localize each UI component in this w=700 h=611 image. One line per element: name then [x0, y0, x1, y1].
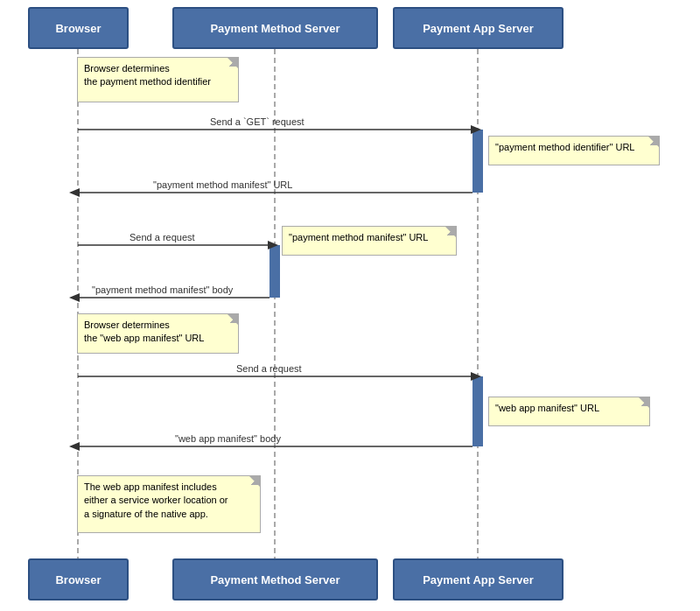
browser-bottom-actor: Browser: [28, 558, 129, 600]
payment-method-server-top-actor: Payment Method Server: [172, 7, 378, 49]
svg-marker-9: [69, 188, 80, 197]
svg-rect-5: [472, 376, 483, 446]
arrow2-label: "payment method manifest" URL: [153, 179, 292, 190]
svg-rect-4: [270, 245, 280, 298]
arrow1-label: Send a `GET` request: [210, 116, 304, 127]
payment-app-server-bottom-actor: Payment App Server: [393, 558, 564, 600]
svg-marker-15: [471, 372, 481, 381]
payment-app-server-top-actor: Payment App Server: [393, 7, 564, 49]
note-browser-determines-payment-method: Browser determinesthe payment method ide…: [77, 57, 239, 102]
arrow3-label: Send a request: [130, 232, 195, 242]
note-webapp-manifest-url: "web app manifest" URL: [488, 397, 650, 426]
payment-method-server-bottom-actor: Payment Method Server: [172, 558, 378, 600]
sequence-diagram: Browser Payment Method Server Payment Ap…: [0, 0, 700, 611]
browser-top-actor: Browser: [28, 7, 129, 49]
svg-marker-13: [69, 293, 80, 302]
arrow5-label: Send a request: [236, 363, 302, 374]
arrow6-label: "web app manifest" body: [175, 433, 281, 444]
note-browser-determines-webapp-manifest: Browser determinesthe "web app manifest"…: [77, 313, 239, 354]
arrow4-label: "payment method manifest" body: [92, 284, 233, 295]
svg-marker-11: [268, 241, 278, 249]
note-webapp-manifest-description: The web app manifest includeseither a se…: [77, 475, 261, 533]
note-payment-method-identifier-url: "payment method identifier" URL: [488, 136, 660, 165]
note-payment-method-manifest-url: "payment method manifest" URL: [282, 226, 457, 256]
svg-marker-7: [471, 125, 481, 134]
svg-marker-17: [69, 442, 80, 451]
svg-rect-3: [472, 130, 483, 193]
